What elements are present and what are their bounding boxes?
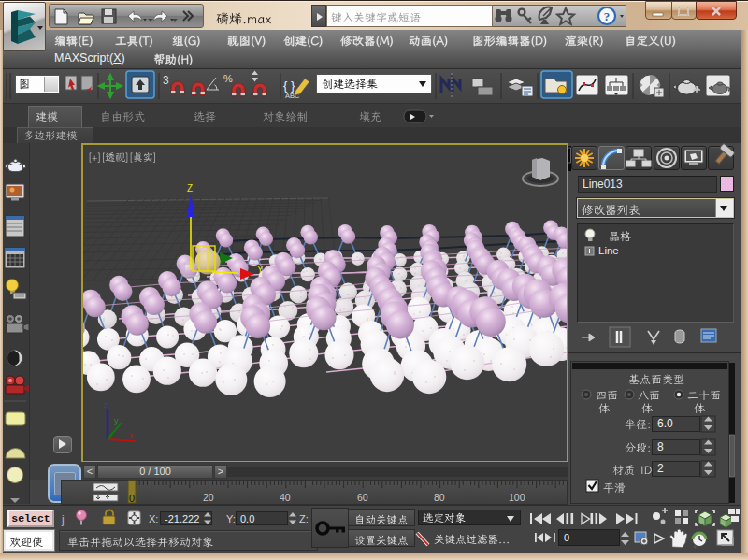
svg-text:y: y bbox=[114, 416, 119, 425]
svg-text:x: x bbox=[129, 431, 134, 440]
svg-text:Y: Y bbox=[257, 265, 264, 275]
svg-text:z: z bbox=[104, 400, 108, 409]
svg-text:Z: Z bbox=[187, 183, 193, 194]
